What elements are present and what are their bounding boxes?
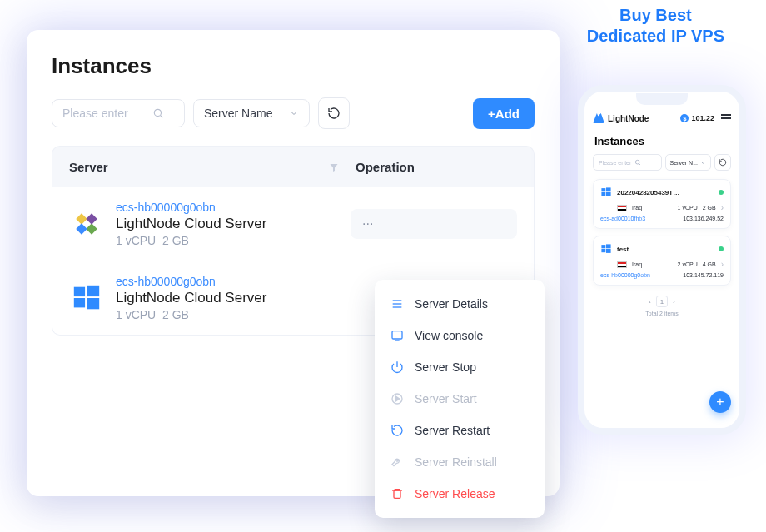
instance-id: 20220428205439T… — [617, 189, 714, 196]
svg-rect-9 — [74, 298, 85, 307]
trash-icon — [390, 486, 405, 501]
search-icon — [634, 159, 641, 166]
power-icon — [390, 360, 405, 375]
svg-rect-22 — [601, 188, 605, 191]
filter-select[interactable]: Server Name — [193, 99, 310, 127]
svg-point-0 — [154, 109, 161, 116]
col-operation: Operation — [356, 160, 517, 174]
svg-rect-10 — [87, 298, 99, 309]
server-spec: 1 vCPU 2 GB — [116, 234, 266, 247]
svg-point-20 — [636, 160, 640, 164]
brand: LightNode — [593, 113, 649, 123]
centos-icon — [69, 206, 104, 241]
server-id[interactable]: ecs-hb00000g0obn — [116, 275, 266, 288]
svg-rect-28 — [601, 249, 605, 252]
svg-rect-6 — [76, 223, 87, 234]
next-page[interactable]: › — [673, 298, 675, 306]
status-dot — [719, 246, 724, 251]
mobile-pagination: ‹ 1 › — [593, 296, 731, 307]
svg-rect-8 — [87, 286, 99, 296]
svg-line-21 — [639, 163, 641, 165]
table-row: ecs-hb00000g0obn LightNode Cloud Server … — [52, 187, 534, 261]
balance[interactable]: $ 101.22 — [680, 114, 714, 122]
windows-icon — [600, 243, 612, 255]
reload-icon — [327, 107, 341, 120]
svg-rect-19 — [394, 490, 400, 498]
details-icon — [390, 296, 405, 311]
ecs-id[interactable]: ecs-hb00000g0obn — [600, 272, 650, 278]
mobile-page-title: Instances — [594, 135, 731, 147]
ip-address: 103.136.249.52 — [683, 216, 724, 221]
console-icon — [390, 328, 405, 343]
mobile-preview: LightNode $ 101.22 Instances Please ente… — [578, 85, 746, 435]
menu-server-reinstall: Server Reinstall — [375, 446, 545, 478]
ip-address: 103.145.72.119 — [683, 272, 724, 278]
page-title: Instances — [52, 53, 535, 79]
svg-rect-14 — [392, 331, 402, 339]
table-header: Server Operation — [52, 146, 535, 187]
mobile-reload-button[interactable] — [714, 154, 731, 171]
server-spec: 1 vCPU 2 GB — [116, 308, 266, 321]
svg-marker-2 — [331, 164, 338, 172]
flag-icon — [617, 261, 627, 268]
menu-server-restart[interactable]: Server Restart — [375, 415, 545, 446]
wrench-icon — [390, 455, 405, 470]
svg-rect-7 — [74, 287, 85, 296]
server-name: LightNode Cloud Server — [116, 290, 266, 306]
windows-icon — [69, 281, 104, 316]
menu-server-details[interactable]: Server Details — [375, 288, 545, 320]
mobile-header: LightNode $ 101.22 — [593, 113, 731, 123]
search-icon — [152, 107, 164, 119]
svg-rect-26 — [601, 245, 605, 248]
svg-rect-29 — [606, 249, 611, 253]
menu-icon[interactable] — [721, 114, 731, 122]
coin-icon: $ — [680, 114, 689, 122]
menu-server-release[interactable]: Server Release — [375, 478, 545, 510]
mobile-add-button[interactable]: + — [709, 391, 731, 413]
mobile-instance-card[interactable]: test Iraq 2 vCPU 4 GB › ecs-hb00000g0obn… — [593, 236, 731, 286]
menu-server-stop[interactable]: Server Stop — [375, 351, 545, 383]
add-button[interactable]: +Add — [473, 98, 535, 129]
svg-rect-4 — [86, 223, 97, 234]
flag-icon — [617, 205, 627, 211]
svg-line-1 — [161, 116, 163, 118]
banner-line1: Buy Best — [587, 5, 724, 26]
ecs-id[interactable]: ecs-ad00010fhb3 — [600, 216, 645, 221]
menu-view-console[interactable]: View console — [375, 320, 545, 351]
filter-icon[interactable] — [329, 162, 339, 172]
windows-icon — [600, 186, 612, 198]
server-name: LightNode Cloud Server — [116, 216, 266, 232]
phone-notch — [636, 93, 688, 105]
svg-rect-27 — [606, 244, 611, 248]
chevron-down-icon — [289, 108, 299, 118]
status-dot — [719, 190, 724, 195]
svg-marker-18 — [396, 396, 400, 400]
page-current[interactable]: 1 — [656, 296, 668, 307]
toolbar: Server Name +Add — [52, 97, 535, 129]
restart-icon — [390, 423, 405, 438]
row-actions-menu: Server Details View console Server Stop … — [375, 280, 545, 518]
chevron-down-icon — [700, 160, 706, 166]
svg-rect-23 — [606, 187, 611, 191]
prev-page[interactable]: ‹ — [649, 298, 651, 306]
mobile-instance-card[interactable]: 20220428205439T… Iraq 1 vCPU 2 GB › ecs-… — [593, 179, 731, 229]
brand-icon — [593, 113, 604, 123]
mobile-toolbar: Please enter Server N... — [593, 154, 731, 171]
search-input[interactable] — [62, 107, 146, 120]
svg-rect-3 — [76, 213, 87, 224]
svg-rect-5 — [86, 213, 97, 224]
reload-button[interactable] — [318, 97, 350, 129]
mobile-search-input[interactable]: Please enter — [593, 154, 662, 171]
instance-id: test — [617, 246, 714, 253]
filter-select-label: Server Name — [204, 107, 272, 120]
col-server: Server — [69, 160, 329, 174]
mobile-filter-select[interactable]: Server N... — [665, 154, 711, 171]
play-icon — [390, 391, 405, 406]
row-actions[interactable]: ··· — [351, 209, 517, 239]
promo-banner: Buy Best Dedicated IP VPS — [587, 5, 724, 47]
server-id[interactable]: ecs-hb00000g0obn — [116, 201, 266, 214]
menu-server-start: Server Start — [375, 383, 545, 415]
mobile-total: Total 2 items — [593, 311, 731, 316]
search-input-wrap[interactable] — [52, 99, 185, 127]
chevron-right-icon: › — [721, 260, 724, 269]
